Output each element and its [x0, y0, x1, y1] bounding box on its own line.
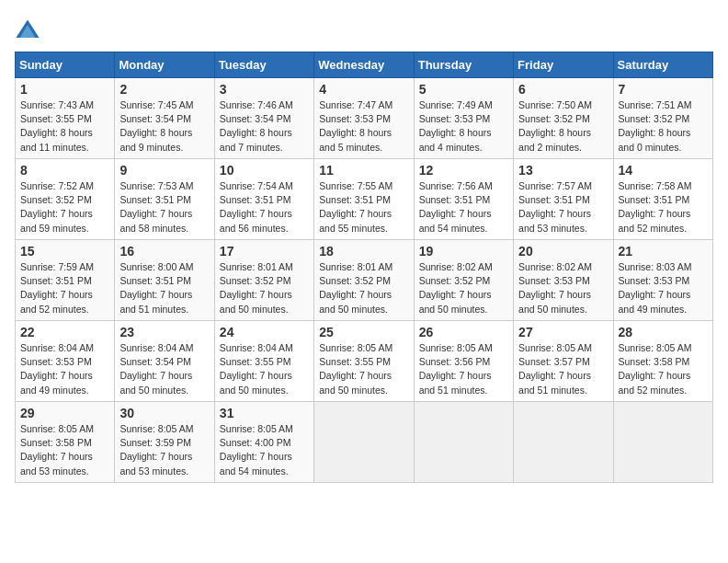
day-cell-24: 24Sunrise: 8:04 AMSunset: 3:55 PMDayligh… [214, 321, 313, 402]
day-cell-5: 5Sunrise: 7:49 AMSunset: 3:53 PMDaylight… [414, 78, 513, 159]
day-number: 16 [119, 244, 209, 259]
day-info: Sunrise: 8:05 AMSunset: 3:56 PMDaylight:… [419, 342, 493, 396]
day-number: 22 [20, 325, 109, 339]
empty-cell [613, 402, 712, 483]
empty-cell [514, 402, 613, 483]
day-info: Sunrise: 8:02 AMSunset: 3:52 PMDaylight:… [419, 261, 493, 315]
day-info: Sunrise: 8:05 AMSunset: 3:55 PMDaylight:… [319, 342, 392, 396]
day-info: Sunrise: 7:52 AMSunset: 3:52 PMDaylight:… [20, 180, 94, 234]
day-cell-19: 19Sunrise: 8:02 AMSunset: 3:52 PMDayligh… [414, 240, 513, 321]
day-info: Sunrise: 8:00 AMSunset: 3:51 PMDaylight:… [119, 261, 193, 315]
day-info: Sunrise: 7:54 AMSunset: 3:51 PMDaylight:… [220, 180, 293, 234]
logo [15, 18, 44, 44]
day-number: 14 [619, 163, 708, 178]
day-cell-15: 15Sunrise: 7:59 AMSunset: 3:51 PMDayligh… [16, 240, 115, 321]
day-cell-6: 6Sunrise: 7:50 AMSunset: 3:52 PMDaylight… [514, 78, 613, 159]
day-number: 21 [619, 244, 708, 259]
day-number: 27 [518, 325, 608, 339]
day-cell-14: 14Sunrise: 7:58 AMSunset: 3:51 PMDayligh… [613, 159, 712, 240]
day-cell-13: 13Sunrise: 7:57 AMSunset: 3:51 PMDayligh… [514, 159, 613, 240]
day-number: 25 [319, 325, 408, 339]
week-row-4: 22Sunrise: 8:04 AMSunset: 3:53 PMDayligh… [16, 321, 713, 402]
day-number: 23 [119, 325, 209, 339]
day-cell-12: 12Sunrise: 7:56 AMSunset: 3:51 PMDayligh… [414, 159, 513, 240]
col-header-wednesday: Wednesday [314, 52, 414, 78]
col-header-thursday: Thursday [414, 52, 513, 78]
day-number: 5 [419, 82, 508, 97]
day-info: Sunrise: 7:46 AMSunset: 3:54 PMDaylight:… [220, 99, 293, 153]
header [15, 15, 713, 44]
day-info: Sunrise: 7:55 AMSunset: 3:51 PMDaylight:… [319, 180, 392, 234]
day-cell-16: 16Sunrise: 8:00 AMSunset: 3:51 PMDayligh… [115, 240, 214, 321]
logo-icon [15, 18, 40, 44]
day-cell-7: 7Sunrise: 7:51 AMSunset: 3:52 PMDaylight… [613, 78, 712, 159]
day-info: Sunrise: 7:58 AMSunset: 3:51 PMDaylight:… [619, 180, 692, 234]
day-info: Sunrise: 7:45 AMSunset: 3:54 PMDaylight:… [119, 99, 193, 153]
day-info: Sunrise: 8:02 AMSunset: 3:53 PMDaylight:… [518, 261, 592, 315]
day-cell-28: 28Sunrise: 8:05 AMSunset: 3:58 PMDayligh… [613, 321, 712, 402]
day-cell-23: 23Sunrise: 8:04 AMSunset: 3:54 PMDayligh… [115, 321, 214, 402]
day-cell-31: 31Sunrise: 8:05 AMSunset: 4:00 PMDayligh… [214, 402, 313, 483]
day-cell-21: 21Sunrise: 8:03 AMSunset: 3:53 PMDayligh… [613, 240, 712, 321]
day-cell-22: 22Sunrise: 8:04 AMSunset: 3:53 PMDayligh… [16, 321, 115, 402]
day-number: 31 [220, 406, 309, 420]
day-cell-29: 29Sunrise: 8:05 AMSunset: 3:58 PMDayligh… [16, 402, 115, 483]
day-number: 20 [518, 244, 608, 259]
day-info: Sunrise: 7:43 AMSunset: 3:55 PMDaylight:… [20, 99, 94, 153]
day-info: Sunrise: 8:04 AMSunset: 3:53 PMDaylight:… [20, 342, 94, 396]
day-info: Sunrise: 8:04 AMSunset: 3:54 PMDaylight:… [119, 342, 193, 396]
day-number: 10 [220, 163, 309, 178]
day-number: 1 [20, 82, 109, 97]
day-cell-11: 11Sunrise: 7:55 AMSunset: 3:51 PMDayligh… [314, 159, 414, 240]
day-number: 3 [220, 82, 309, 97]
week-row-1: 1Sunrise: 7:43 AMSunset: 3:55 PMDaylight… [16, 78, 713, 159]
day-number: 24 [220, 325, 309, 339]
day-info: Sunrise: 7:51 AMSunset: 3:52 PMDaylight:… [619, 99, 692, 153]
day-number: 11 [319, 163, 408, 178]
day-number: 7 [619, 82, 708, 97]
day-cell-18: 18Sunrise: 8:01 AMSunset: 3:52 PMDayligh… [314, 240, 414, 321]
day-info: Sunrise: 8:05 AMSunset: 3:59 PMDaylight:… [119, 423, 193, 477]
col-header-saturday: Saturday [613, 52, 712, 78]
day-info: Sunrise: 8:05 AMSunset: 3:57 PMDaylight:… [518, 342, 592, 396]
day-cell-8: 8Sunrise: 7:52 AMSunset: 3:52 PMDaylight… [16, 159, 115, 240]
empty-cell [414, 402, 513, 483]
day-info: Sunrise: 7:57 AMSunset: 3:51 PMDaylight:… [518, 180, 592, 234]
header-row: SundayMondayTuesdayWednesdayThursdayFrid… [16, 52, 713, 78]
col-header-monday: Monday [115, 52, 214, 78]
day-info: Sunrise: 8:01 AMSunset: 3:52 PMDaylight:… [220, 261, 293, 315]
week-row-3: 15Sunrise: 7:59 AMSunset: 3:51 PMDayligh… [16, 240, 713, 321]
day-number: 29 [20, 406, 109, 420]
day-cell-26: 26Sunrise: 8:05 AMSunset: 3:56 PMDayligh… [414, 321, 513, 402]
day-cell-20: 20Sunrise: 8:02 AMSunset: 3:53 PMDayligh… [514, 240, 613, 321]
day-number: 26 [419, 325, 508, 339]
day-number: 15 [20, 244, 109, 259]
col-header-friday: Friday [514, 52, 613, 78]
day-cell-2: 2Sunrise: 7:45 AMSunset: 3:54 PMDaylight… [115, 78, 214, 159]
day-cell-27: 27Sunrise: 8:05 AMSunset: 3:57 PMDayligh… [514, 321, 613, 402]
day-info: Sunrise: 8:05 AMSunset: 3:58 PMDaylight:… [20, 423, 94, 477]
day-info: Sunrise: 7:53 AMSunset: 3:51 PMDaylight:… [119, 180, 193, 234]
day-cell-30: 30Sunrise: 8:05 AMSunset: 3:59 PMDayligh… [115, 402, 214, 483]
day-cell-17: 17Sunrise: 8:01 AMSunset: 3:52 PMDayligh… [214, 240, 313, 321]
day-number: 18 [319, 244, 408, 259]
week-row-2: 8Sunrise: 7:52 AMSunset: 3:52 PMDaylight… [16, 159, 713, 240]
day-number: 13 [518, 163, 608, 178]
col-header-tuesday: Tuesday [214, 52, 313, 78]
day-info: Sunrise: 8:05 AMSunset: 3:58 PMDaylight:… [619, 342, 692, 396]
day-number: 30 [119, 406, 209, 420]
day-info: Sunrise: 8:03 AMSunset: 3:53 PMDaylight:… [619, 261, 692, 315]
day-info: Sunrise: 7:56 AMSunset: 3:51 PMDaylight:… [419, 180, 493, 234]
day-number: 9 [119, 163, 209, 178]
day-cell-3: 3Sunrise: 7:46 AMSunset: 3:54 PMDaylight… [214, 78, 313, 159]
day-cell-1: 1Sunrise: 7:43 AMSunset: 3:55 PMDaylight… [16, 78, 115, 159]
day-info: Sunrise: 8:05 AMSunset: 4:00 PMDaylight:… [220, 423, 293, 477]
empty-cell [314, 402, 414, 483]
day-cell-25: 25Sunrise: 8:05 AMSunset: 3:55 PMDayligh… [314, 321, 414, 402]
day-cell-10: 10Sunrise: 7:54 AMSunset: 3:51 PMDayligh… [214, 159, 313, 240]
day-number: 28 [619, 325, 708, 339]
day-cell-9: 9Sunrise: 7:53 AMSunset: 3:51 PMDaylight… [115, 159, 214, 240]
week-row-5: 29Sunrise: 8:05 AMSunset: 3:58 PMDayligh… [16, 402, 713, 483]
day-info: Sunrise: 7:47 AMSunset: 3:53 PMDaylight:… [319, 99, 392, 153]
day-cell-4: 4Sunrise: 7:47 AMSunset: 3:53 PMDaylight… [314, 78, 414, 159]
